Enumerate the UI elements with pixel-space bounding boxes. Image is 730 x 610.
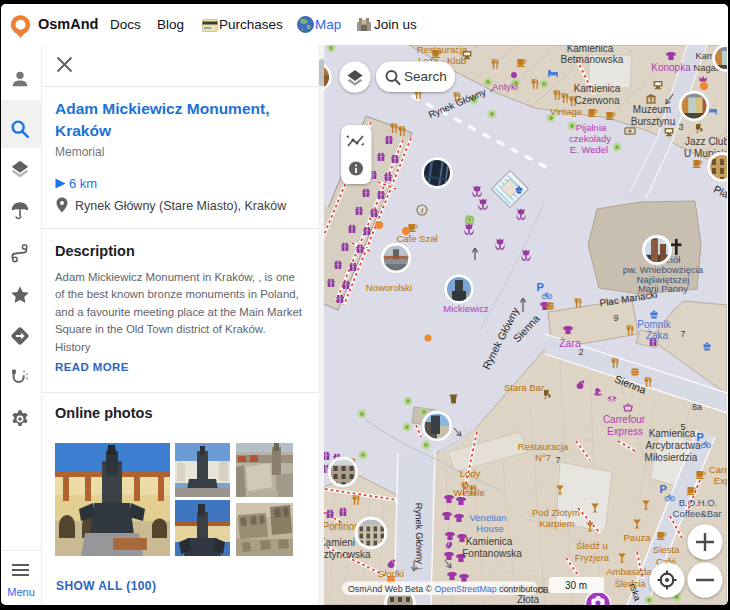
svg-text:E. Wedel: E. Wedel bbox=[570, 144, 608, 155]
svg-text:Restauracja: Restauracja bbox=[518, 441, 569, 452]
svg-text:3: 3 bbox=[678, 122, 683, 132]
svg-text:Restauracja: Restauracja bbox=[417, 45, 468, 55]
svg-text:8a: 8a bbox=[692, 402, 702, 412]
svg-text:Search: Search bbox=[404, 69, 447, 84]
svg-text:Pod Złotym: Pod Złotym bbox=[532, 507, 580, 518]
svg-text:Fontanowska: Fontanowska bbox=[462, 548, 522, 559]
svg-text:rsztynowska: rsztynowska bbox=[323, 549, 371, 560]
svg-text:Kamienica: Kamienica bbox=[649, 428, 696, 439]
svg-text:Muzeum: Muzeum bbox=[633, 104, 671, 115]
svg-text:Kamienica: Kamienica bbox=[466, 536, 513, 547]
svg-text:Coffee&Bar: Coffee&Bar bbox=[673, 508, 722, 519]
svg-text:Słodki: Słodki bbox=[378, 568, 404, 579]
svg-text:Konopka: Konopka bbox=[651, 62, 691, 73]
svg-text:Rynek Główny ↓: Rynek Główny ↓ bbox=[413, 503, 425, 572]
svg-text:7: 7 bbox=[555, 455, 560, 465]
svg-text:Czerwona: Czerwona bbox=[574, 95, 619, 106]
svg-text:Arcybractwa: Arcybractwa bbox=[645, 440, 700, 451]
svg-text:Vintage: Vintage bbox=[550, 106, 582, 117]
svg-text:Mickiewicz: Mickiewicz bbox=[443, 303, 489, 314]
svg-text:Carrefour: Carrefour bbox=[603, 414, 646, 425]
svg-text:2: 2 bbox=[578, 347, 583, 357]
svg-text:Bursztynu: Bursztynu bbox=[631, 116, 675, 127]
svg-text:Kamienica: Kamienica bbox=[567, 45, 614, 54]
svg-text:Venetian: Venetian bbox=[470, 512, 507, 523]
svg-text:Cafe Szał: Cafe Szał bbox=[396, 233, 438, 244]
svg-text:Złota: Złota bbox=[517, 594, 540, 605]
svg-text:Pauza: Pauza bbox=[624, 532, 652, 543]
svg-text:Wesele: Wesele bbox=[453, 487, 485, 498]
svg-text:Lody: Lody bbox=[460, 468, 481, 479]
svg-text:B.O.H.O.: B.O.H.O. bbox=[679, 497, 718, 508]
svg-text:Kamieni: Kamieni bbox=[323, 537, 355, 548]
svg-text:7: 7 bbox=[680, 329, 685, 339]
svg-text:Pomnik: Pomnik bbox=[637, 319, 671, 330]
svg-text:Betmanowska: Betmanowska bbox=[561, 54, 624, 65]
svg-text:Żaka: Żaka bbox=[646, 329, 669, 341]
svg-text:Stara Bar: Stara Bar bbox=[504, 382, 544, 393]
svg-text:30 m: 30 m bbox=[565, 580, 587, 591]
svg-text:czekolady: czekolady bbox=[569, 133, 611, 144]
svg-text:Karpiem: Karpiem bbox=[539, 518, 574, 529]
svg-text:House: House bbox=[476, 523, 503, 534]
svg-text:Pijalnia: Pijalnia bbox=[576, 122, 607, 133]
svg-text:Miłosierdzia: Miłosierdzia bbox=[645, 452, 698, 463]
svg-text:Śledź u: Śledź u bbox=[576, 540, 608, 551]
svg-text:Fryzjera: Fryzjera bbox=[575, 552, 610, 563]
svg-text:Express: Express bbox=[714, 475, 727, 486]
svg-text:Porfirion: Porfirion bbox=[323, 521, 360, 532]
svg-text:Express: Express bbox=[607, 426, 643, 437]
svg-text:OsmAnd Web Beta © OpenStreetMa: OsmAnd Web Beta © OpenStreetMap contribu… bbox=[348, 584, 546, 594]
svg-text:Noworolski: Noworolski bbox=[366, 282, 412, 293]
svg-text:N°7: N°7 bbox=[535, 452, 551, 463]
svg-text:9: 9 bbox=[613, 313, 618, 323]
svg-text:Siesta: Siesta bbox=[653, 544, 680, 555]
svg-text:Ambasada: Ambasada bbox=[606, 566, 652, 577]
svg-text:Jazz Club: Jazz Club bbox=[685, 136, 727, 147]
svg-text:Kamienica: Kamienica bbox=[574, 83, 621, 94]
svg-text:Carrefour: Carrefour bbox=[709, 464, 727, 475]
